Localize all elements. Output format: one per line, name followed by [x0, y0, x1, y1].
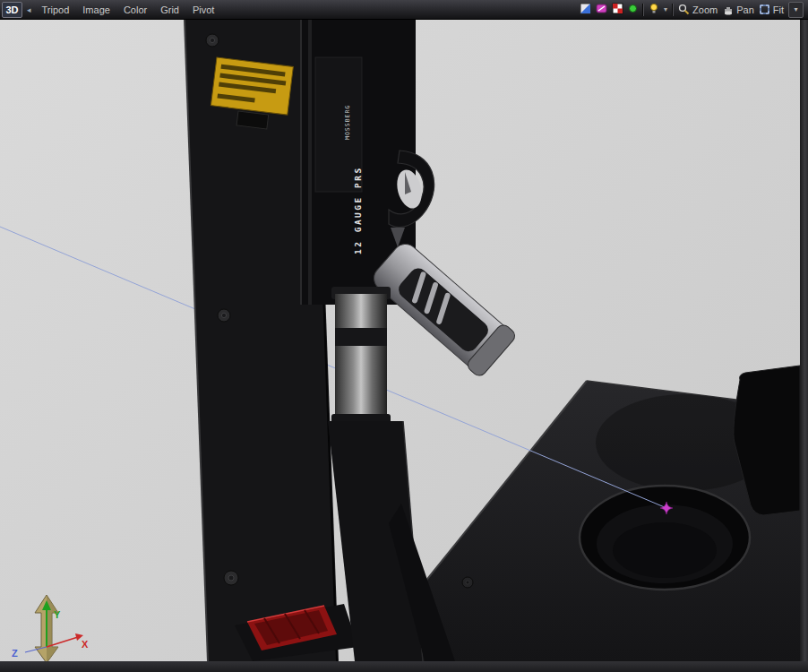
- magazine-tube: [331, 287, 391, 428]
- menu-grid[interactable]: Grid: [154, 4, 185, 15]
- light-bulb-icon[interactable]: [649, 3, 659, 16]
- menu-pivot[interactable]: Pivot: [186, 4, 220, 15]
- magnifier-icon: [678, 4, 690, 15]
- gun-brand-text: MOSSBERG: [344, 105, 351, 140]
- fit-tool[interactable]: Fit: [759, 4, 784, 15]
- menu-tripod[interactable]: Tripod: [36, 4, 76, 15]
- pan-label: Pan: [736, 4, 754, 15]
- toolbar-right: ▾ Zoom Pan: [580, 2, 808, 18]
- zoom-tool[interactable]: Zoom: [678, 4, 718, 15]
- pedestal-recess: [580, 486, 750, 590]
- mode-3d-button[interactable]: 3D: [2, 2, 22, 18]
- toolbar-separator: [642, 4, 644, 16]
- pan-tool[interactable]: Pan: [722, 4, 754, 15]
- viewport-3d[interactable]: MOSSBERG 12 GAUGE PRS: [0, 20, 800, 661]
- status-dot-icon[interactable]: [628, 4, 638, 15]
- app-window: 3D ◂ Tripod Image Color Grid Pivot: [0, 0, 808, 672]
- small-label: [236, 111, 269, 129]
- menu-image[interactable]: Image: [76, 4, 116, 15]
- window-frame-bottom: [0, 661, 808, 672]
- gun-side-text: 12 GAUGE PRS: [353, 166, 363, 254]
- axis-y-label: Y: [54, 609, 61, 620]
- hand-icon: [722, 4, 734, 15]
- toolbar-separator: [672, 4, 674, 16]
- toolbar-left: 3D ◂ Tripod Image Color Grid Pivot: [0, 2, 220, 18]
- menu-color[interactable]: Color: [117, 4, 153, 15]
- column-bolt: [224, 571, 238, 585]
- lights-dropdown-icon[interactable]: ▾: [664, 5, 667, 13]
- warning-sticker: [211, 57, 293, 115]
- collapse-arrow-icon[interactable]: ◂: [23, 5, 35, 14]
- axis-x-label: X: [82, 639, 89, 650]
- column-bolt: [218, 309, 230, 322]
- axis-z-label: Z: [12, 648, 18, 659]
- column-bolt: [206, 34, 219, 47]
- fit-label: Fit: [773, 4, 784, 15]
- toolbar-overflow-button[interactable]: ▾: [788, 2, 804, 18]
- fit-icon: [759, 4, 770, 15]
- toolbar: 3D ◂ Tripod Image Color Grid Pivot: [0, 0, 808, 20]
- texture-icon[interactable]: [580, 3, 591, 16]
- box-bolt: [462, 577, 473, 588]
- material-icon[interactable]: [596, 3, 607, 16]
- checker-icon[interactable]: [612, 3, 623, 16]
- scene-render: MOSSBERG 12 GAUGE PRS: [0, 20, 800, 661]
- window-frame-right: [800, 20, 808, 661]
- zoom-label: Zoom: [692, 4, 718, 15]
